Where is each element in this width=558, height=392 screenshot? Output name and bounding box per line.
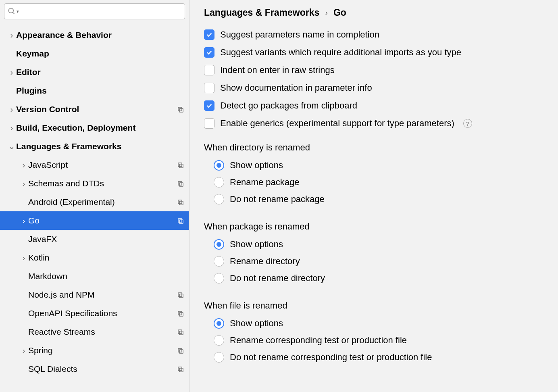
breadcrumb-parent[interactable]: Languages & Frameworks — [204, 7, 319, 18]
checkbox-row[interactable]: Indent on enter in raw strings — [204, 65, 543, 75]
radio-option[interactable]: Do not rename package — [204, 191, 543, 208]
checkbox[interactable] — [204, 118, 214, 129]
search-dropdown-icon[interactable]: ▾ — [17, 9, 19, 14]
sidebar-item[interactable]: ›Go — [0, 211, 189, 230]
radio-option[interactable]: Show options — [204, 315, 543, 332]
chevron-down-icon[interactable]: ⌄ — [7, 142, 16, 151]
sidebar-item[interactable]: ›Keymap — [0, 44, 189, 63]
svg-rect-3 — [179, 108, 183, 112]
radio-option[interactable]: Do not rename corresponding test or prod… — [204, 349, 543, 366]
svg-rect-7 — [179, 183, 183, 186]
breadcrumb-separator: › — [325, 8, 328, 17]
svg-rect-21 — [179, 368, 183, 372]
checkbox-row[interactable]: Suggest variants which require additiona… — [204, 47, 543, 58]
sidebar-item[interactable]: ›Build, Execution, Deployment — [0, 119, 189, 137]
chevron-right-icon[interactable]: › — [19, 160, 28, 170]
svg-rect-16 — [178, 330, 182, 334]
sidebar-item[interactable]: ›Kotlin — [0, 248, 189, 267]
svg-point-0 — [9, 8, 14, 13]
radio-button[interactable] — [214, 177, 224, 188]
sidebar-item[interactable]: ›Markdown — [0, 267, 189, 286]
chevron-right-icon[interactable]: › — [19, 216, 28, 225]
checkbox[interactable] — [204, 47, 214, 58]
radio-button[interactable] — [214, 335, 224, 346]
sidebar-item[interactable]: ›OpenAPI Specifications — [0, 304, 189, 323]
chevron-right-icon[interactable]: › — [7, 123, 16, 133]
sidebar-item-label: Editor — [16, 67, 184, 77]
help-icon[interactable]: ? — [463, 119, 472, 128]
sidebar-item-label: Spring — [28, 346, 177, 355]
checkbox[interactable] — [204, 29, 214, 40]
sidebar-item[interactable]: ›Node.js and NPM — [0, 286, 189, 304]
radio-button[interactable] — [214, 318, 224, 329]
checkbox-row[interactable]: Suggest parameters name in completion — [204, 29, 543, 40]
chevron-right-icon[interactable]: › — [7, 30, 16, 40]
svg-rect-10 — [178, 219, 182, 222]
sidebar-item[interactable]: ›JavaFX — [0, 230, 189, 248]
checkbox-row[interactable]: Show documentation in parameter info — [204, 83, 543, 93]
radio-option[interactable]: Rename package — [204, 174, 543, 191]
svg-rect-14 — [178, 311, 182, 315]
radio-button[interactable] — [214, 352, 224, 363]
radio-button[interactable] — [214, 273, 224, 284]
checkbox-row[interactable]: Enable generics (experimental support fo… — [204, 118, 543, 129]
radio-option[interactable]: Show options — [204, 236, 543, 253]
sidebar-item-label: JavaScript — [28, 160, 177, 170]
radio-option[interactable]: Show options — [204, 157, 543, 174]
chevron-right-icon[interactable]: › — [7, 67, 16, 77]
sidebar-item-label: OpenAPI Specifications — [28, 309, 177, 318]
breadcrumb-current: Go — [333, 7, 346, 18]
sidebar-item[interactable]: ›JavaScript — [0, 156, 189, 174]
profile-scope-icon — [177, 161, 184, 169]
sidebar-item-label: Reactive Streams — [28, 327, 177, 337]
sidebar-item-label: SQL Dialects — [28, 364, 177, 374]
sidebar-item[interactable]: ⌄Languages & Frameworks — [0, 137, 189, 156]
radio-button[interactable] — [214, 256, 224, 267]
svg-rect-4 — [178, 163, 182, 167]
checkbox[interactable] — [204, 100, 214, 111]
sidebar-item-label: Keymap — [16, 49, 184, 58]
radio-option[interactable]: Rename directory — [204, 253, 543, 270]
settings-sidebar: ▾ ›Appearance & Behavior›Keymap›Editor›P… — [0, 0, 189, 392]
profile-scope-icon — [177, 198, 184, 206]
radio-option[interactable]: Rename corresponding test or production … — [204, 332, 543, 349]
checkbox-label: Enable generics (experimental support fo… — [220, 118, 454, 129]
radio-group-title: When file is renamed — [204, 300, 543, 311]
checkbox-label: Suggest parameters name in completion — [220, 29, 379, 40]
search-input[interactable] — [21, 7, 181, 16]
radio-button[interactable] — [214, 239, 224, 250]
profile-scope-icon — [177, 106, 184, 113]
sidebar-item[interactable]: ›Android (Experimental) — [0, 193, 189, 211]
sidebar-item[interactable]: ›Editor — [0, 63, 189, 81]
profile-scope-icon — [177, 310, 184, 317]
sidebar-item-label: Appearance & Behavior — [16, 30, 184, 40]
chevron-right-icon[interactable]: › — [19, 253, 28, 263]
sidebar-item[interactable]: ›Plugins — [0, 81, 189, 100]
chevron-right-icon[interactable]: › — [7, 104, 16, 114]
chevron-right-icon[interactable]: › — [19, 179, 28, 188]
svg-rect-5 — [179, 164, 183, 168]
radio-button[interactable] — [214, 194, 224, 204]
sidebar-item-label: Android (Experimental) — [28, 197, 177, 207]
sidebar-item[interactable]: ›Appearance & Behavior — [0, 26, 189, 44]
sidebar-item[interactable]: ›Spring — [0, 341, 189, 360]
sidebar-item[interactable]: ›SQL Dialects — [0, 360, 189, 378]
radio-group-title: When package is renamed — [204, 221, 543, 232]
sidebar-item-label: Go — [28, 216, 177, 225]
sidebar-item[interactable]: ›Reactive Streams — [0, 323, 189, 341]
sidebar-item[interactable]: ›Version Control — [0, 100, 189, 119]
svg-rect-12 — [178, 293, 182, 296]
svg-rect-18 — [178, 348, 182, 352]
checkbox[interactable] — [204, 83, 214, 93]
profile-scope-icon — [177, 328, 184, 336]
sidebar-item-label: Languages & Frameworks — [16, 142, 184, 151]
sidebar-item-label: JavaFX — [28, 234, 184, 244]
radio-button[interactable] — [214, 160, 224, 171]
checkbox[interactable] — [204, 65, 214, 75]
sidebar-item[interactable]: ›Schemas and DTDs — [0, 174, 189, 193]
chevron-right-icon[interactable]: › — [19, 346, 28, 355]
radio-option[interactable]: Do not rename directory — [204, 270, 543, 287]
svg-rect-20 — [178, 367, 182, 371]
search-field[interactable]: ▾ — [4, 3, 185, 19]
checkbox-row[interactable]: Detect go packages from clipboard — [204, 100, 543, 111]
